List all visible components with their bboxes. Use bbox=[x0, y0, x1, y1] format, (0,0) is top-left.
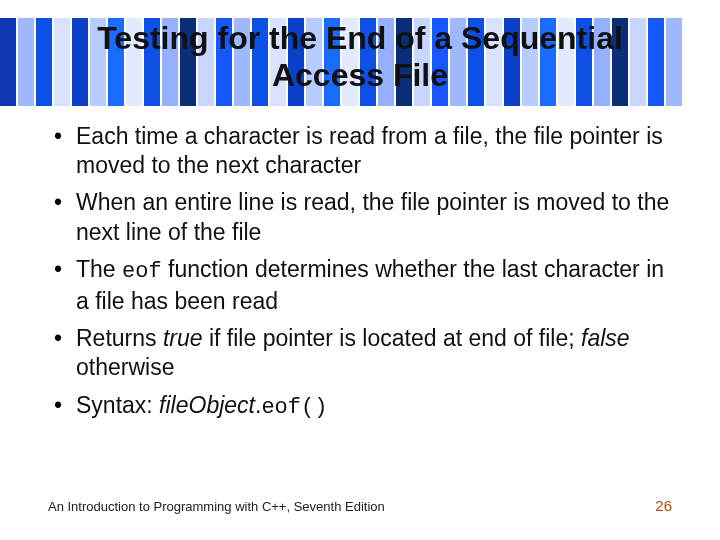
bullet-item: Syntax: fileObject.eof() bbox=[48, 391, 672, 422]
title-line-2: Access File bbox=[272, 57, 448, 93]
bullet-item: The eof function determines whether the … bbox=[48, 255, 672, 316]
bullet-text-true: true bbox=[163, 325, 203, 351]
bullet-text-pre: Returns bbox=[76, 325, 163, 351]
footer-page-number: 26 bbox=[655, 497, 672, 514]
bullet-text: When an entire line is read, the file po… bbox=[76, 189, 669, 244]
bullet-text-mid: if file pointer is located at end of fil… bbox=[203, 325, 581, 351]
code-eof: eof bbox=[122, 259, 162, 284]
bullet-item: Each time a character is read from a fil… bbox=[48, 122, 672, 181]
bullet-text-false: false bbox=[581, 325, 630, 351]
code-fileobject: fileObject bbox=[159, 392, 255, 418]
bullet-text-post: otherwise bbox=[76, 354, 174, 380]
bullet-item: When an entire line is read, the file po… bbox=[48, 188, 672, 247]
bullet-text-pre: Syntax: bbox=[76, 392, 159, 418]
bullet-text: Each time a character is read from a fil… bbox=[76, 123, 663, 178]
code-eof-call: eof() bbox=[261, 395, 327, 420]
bullet-item: Returns true if file pointer is located … bbox=[48, 324, 672, 383]
slide-footer: An Introduction to Programming with C++,… bbox=[48, 497, 672, 514]
slide: Testing for the End of a Sequential Acce… bbox=[0, 0, 720, 540]
slide-title: Testing for the End of a Sequential Acce… bbox=[91, 20, 629, 94]
footer-book-title: An Introduction to Programming with C++,… bbox=[48, 499, 385, 514]
bullet-text-post: function determines whether the last cha… bbox=[76, 256, 664, 313]
bullet-text-pre: The bbox=[76, 256, 122, 282]
title-block: Testing for the End of a Sequential Acce… bbox=[48, 20, 672, 94]
title-line-1: Testing for the End of a Sequential bbox=[97, 20, 623, 56]
bullet-list: Each time a character is read from a fil… bbox=[48, 122, 672, 422]
